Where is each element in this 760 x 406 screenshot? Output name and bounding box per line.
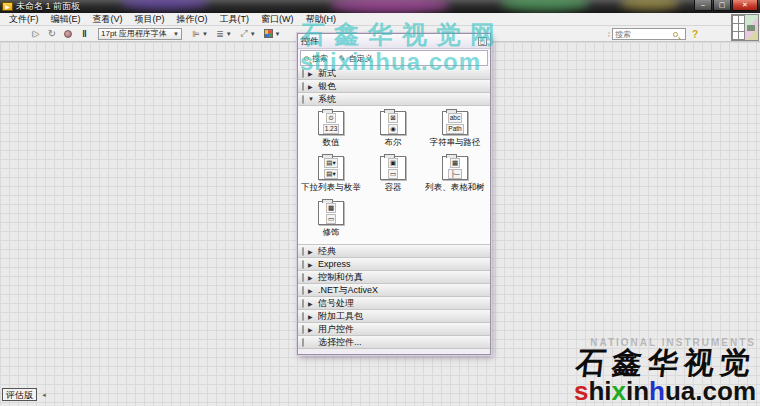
- menu-item[interactable]: 工具(T): [214, 13, 256, 26]
- palette-item-icon: ▦ ├─: [442, 156, 468, 180]
- customize-icon: ✎: [339, 54, 346, 63]
- palette-categories-bottom: ▶ 经典 ▶ Express ▶ 控制和仿真 ▶ .NET与ActiveX ▶ …: [298, 245, 490, 349]
- palette-category[interactable]: ▶ Express: [298, 258, 490, 271]
- palette-customize-button[interactable]: 自定义: [349, 53, 373, 64]
- menu-item[interactable]: 窗口(W): [255, 13, 300, 26]
- palette-item-icon: ⊙ 1.23: [318, 111, 344, 135]
- chevron-down-icon: ▼: [202, 31, 208, 37]
- reorder-icon: [264, 29, 273, 38]
- palette-item[interactable]: ⊙ 1.23 数值: [300, 109, 362, 154]
- palette-category-label: 银色: [318, 80, 336, 93]
- resize-objects-icon: ⤢: [240, 28, 247, 39]
- palette-category[interactable]: ▶ 用户控件: [298, 323, 490, 336]
- watermark-smudge: [330, 0, 450, 13]
- pause-button[interactable]: ‖: [77, 27, 91, 40]
- expand-arrow-icon: ▶: [308, 274, 318, 281]
- palette-title-bar[interactable]: 控件 ◻: [298, 34, 490, 49]
- menu-item[interactable]: 文件(F): [3, 13, 45, 26]
- connector-pane-icon[interactable]: [732, 15, 745, 40]
- palette-category-label: .NET与ActiveX: [318, 284, 378, 297]
- abort-icon: [64, 30, 72, 38]
- palette-item[interactable]: ▦ ├─ 列表、表格和树: [424, 154, 486, 199]
- align-objects-dropdown[interactable]: ⊫▼: [190, 27, 210, 40]
- palette-category[interactable]: ▶ 信号处理: [298, 297, 490, 310]
- search-input[interactable]: [615, 30, 673, 39]
- status-box: 评估版 ◄: [2, 388, 47, 401]
- menu-item[interactable]: 操作(O): [171, 13, 214, 26]
- menu-item[interactable]: 项目(P): [129, 13, 171, 26]
- distribute-objects-icon: ≣: [216, 29, 224, 39]
- distribute-objects-dropdown[interactable]: ≣▼: [214, 27, 234, 40]
- palette-category[interactable]: ▼ 系统: [298, 93, 490, 106]
- palette-item[interactable]: abc Path 字符串与路径: [424, 109, 486, 154]
- palette-category-label: 系统: [318, 93, 336, 106]
- reorder-dropdown[interactable]: ▼: [262, 27, 282, 40]
- palette-item[interactable]: ▩ ▭ 修饰: [300, 199, 362, 244]
- row-grip: [302, 286, 304, 295]
- palette-item-label: 布尔: [385, 137, 402, 149]
- palette-category[interactable]: ▶ .NET与ActiveX: [298, 284, 490, 297]
- menu-bar: 文件(F)编辑(E)查看(V)项目(P)操作(O)工具(T)窗口(W)帮助(H): [0, 13, 760, 26]
- expand-arrow-icon: ▶: [308, 261, 318, 268]
- menu-item[interactable]: 编辑(E): [45, 13, 87, 26]
- scroll-left-icon[interactable]: ◄: [41, 392, 47, 398]
- expand-arrow-icon: ▶: [308, 300, 318, 307]
- palette-category[interactable]: ▶ 控制和仿真: [298, 271, 490, 284]
- row-grip: [302, 82, 304, 91]
- pin-palette-button[interactable]: ◻: [478, 37, 487, 46]
- run-continuous-button[interactable]: ↻: [45, 27, 59, 40]
- palette-item-icon: abc Path: [442, 111, 468, 135]
- resize-objects-dropdown[interactable]: ⤢▼: [238, 27, 258, 40]
- palette-category[interactable]: ▶ 新式: [298, 67, 490, 80]
- chevron-down-icon: ▼: [250, 31, 256, 37]
- abort-button[interactable]: [61, 27, 75, 40]
- palette-category-label: Express: [318, 259, 351, 269]
- font-selector-value: 17pt 应用程序字体: [101, 28, 167, 39]
- palette-category[interactable]: ▶ 经典: [298, 245, 490, 258]
- palette-item-icon: ⊠ ◉: [380, 111, 406, 135]
- align-objects-icon: ⊫: [192, 29, 200, 39]
- close-button[interactable]: ✕: [732, 0, 758, 11]
- pause-icon: ‖: [82, 29, 85, 39]
- palette-item[interactable]: ▤▾ ▤▾ 下拉列表与枚举: [300, 154, 362, 199]
- search-icon: [673, 32, 678, 37]
- menu-item[interactable]: 查看(V): [87, 13, 129, 26]
- search-icon: [304, 56, 309, 61]
- controls-palette: 控件 ◻ 搜索 ✎ 自定义 ▶ 新式 ▶ 银色 ▼ 系统 ⊙ 1.23 数值: [297, 33, 491, 355]
- minimize-button[interactable]: –: [694, 0, 712, 11]
- menu-item[interactable]: 帮助(H): [300, 13, 343, 26]
- help-icon[interactable]: ?: [692, 29, 698, 40]
- palette-search-button[interactable]: 搜索: [312, 53, 328, 64]
- chevron-down-icon: ▼: [226, 31, 232, 37]
- row-grip: [302, 273, 304, 282]
- palette-category[interactable]: ▶ 银色: [298, 80, 490, 93]
- vi-icon[interactable]: [745, 15, 758, 40]
- watermark-smudge: [500, 0, 590, 11]
- expand-arrow-icon: ▶: [308, 287, 318, 294]
- palette-item-label: 下拉列表与枚举: [301, 182, 361, 194]
- window-title: 未命名 1 前面板: [16, 0, 80, 13]
- maximize-button[interactable]: ▢: [713, 0, 731, 11]
- row-grip: [302, 260, 304, 269]
- toolbar-search[interactable]: [612, 28, 686, 40]
- palette-category[interactable]: ▶ 附加工具包: [298, 310, 490, 323]
- palette-category[interactable]: 选择控件...: [298, 336, 490, 349]
- palette-item-icon: ▤▾ ▤▾: [318, 156, 344, 180]
- palette-item-label: 数值: [323, 137, 340, 149]
- toolbar-drag-handle: ⁞: [608, 30, 609, 39]
- font-selector[interactable]: 17pt 应用程序字体 ▼: [98, 28, 182, 40]
- palette-item[interactable]: ▣ ▭ 容器: [362, 154, 424, 199]
- chevron-down-icon: ▼: [275, 31, 281, 37]
- palette-category-label: 控制和仿真: [318, 271, 363, 284]
- chevron-down-icon: ▼: [173, 31, 179, 37]
- row-grip: [302, 312, 304, 321]
- palette-item[interactable]: ⊠ ◉ 布尔: [362, 109, 424, 154]
- row-grip: [302, 299, 304, 308]
- palette-item-icon: ▣ ▭: [380, 156, 406, 180]
- vi-icon-area: [731, 14, 759, 41]
- run-continuous-icon: ↻: [48, 28, 56, 39]
- system-category-items: ⊙ 1.23 数值 ⊠ ◉ 布尔 abc Path 字符串与路径 ▤▾ ▤▾ 下…: [298, 106, 490, 245]
- palette-category-label: 信号处理: [318, 297, 354, 310]
- run-button[interactable]: ►: [29, 27, 43, 40]
- labview-app-icon: ▶: [2, 2, 13, 11]
